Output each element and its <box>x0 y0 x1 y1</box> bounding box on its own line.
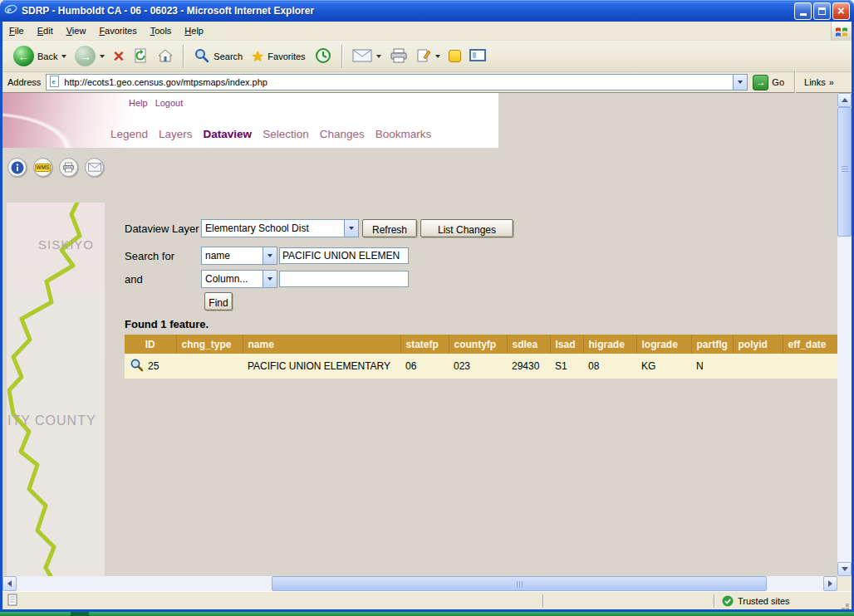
document-status-icon <box>7 594 18 608</box>
table-row[interactable]: 25 PACIFIC UNION ELEMENTARY 06 023 29430… <box>125 354 837 379</box>
menu-favorites[interactable]: Favorites <box>92 22 143 40</box>
nav-bookmarks[interactable]: Bookmarks <box>375 128 432 140</box>
cell-statefp: 06 <box>400 354 449 379</box>
dropdown-button[interactable] <box>263 271 277 287</box>
forward-button[interactable]: → <box>71 42 109 71</box>
page-icon: e <box>49 76 61 89</box>
list-changes-button[interactable]: List Changes <box>420 219 513 237</box>
find-button[interactable]: Find <box>204 292 233 310</box>
address-input[interactable]: e http://ecots1.geo.census.gov/mtpsmaps/… <box>46 74 748 90</box>
col-id: ID <box>125 335 176 354</box>
zoom-to-feature-icon[interactable] <box>130 358 144 374</box>
nav-legend[interactable]: Legend <box>110 128 148 140</box>
back-button[interactable]: ← Back <box>9 42 71 71</box>
vertical-scrollbar[interactable] <box>837 93 852 576</box>
chevron-down-icon <box>738 81 743 84</box>
search-column-value: name <box>202 247 263 264</box>
cell-polyid <box>733 354 783 379</box>
dataview-layer-label: Dataview Layer <box>125 222 199 235</box>
refresh-layer-button[interactable]: Refresh <box>362 219 417 237</box>
menu-tools[interactable]: Tools <box>144 22 179 40</box>
printer-icon <box>62 162 75 173</box>
refresh-button[interactable] <box>128 42 153 71</box>
info-button[interactable] <box>7 158 27 177</box>
nav-selection[interactable]: Selection <box>263 128 309 140</box>
chevron-down-icon <box>267 254 272 257</box>
minimize-button[interactable] <box>794 2 812 20</box>
col-chng-type: chng_type <box>176 335 243 354</box>
horizontal-scrollbar[interactable] <box>2 576 837 591</box>
logout-link[interactable]: Logout <box>155 98 184 108</box>
dropdown-button[interactable] <box>263 247 277 264</box>
home-button[interactable] <box>153 42 178 71</box>
map-label-trinity-county: ITY COUNTY <box>7 413 96 428</box>
print-map-button[interactable] <box>59 158 78 177</box>
dataview-layer-select[interactable]: Elementary School Dist <box>201 219 359 237</box>
mail-button[interactable] <box>348 42 385 71</box>
links-overflow-icon[interactable]: » <box>829 77 834 87</box>
favorites-label: Favorites <box>267 51 305 61</box>
chevron-down-icon <box>349 227 354 230</box>
cell-partflg: N <box>691 354 733 379</box>
history-button[interactable] <box>310 42 336 71</box>
edit-button[interactable] <box>412 42 444 71</box>
scroll-right-button[interactable] <box>823 576 837 591</box>
edit-dropdown-icon[interactable] <box>435 55 440 58</box>
favorites-button[interactable]: Favorites <box>247 42 309 71</box>
back-dropdown-icon[interactable] <box>61 55 66 58</box>
menu-help[interactable]: Help <box>178 22 210 40</box>
messenger-button[interactable] <box>444 42 465 71</box>
nav-changes[interactable]: Changes <box>320 128 365 140</box>
go-arrow-icon <box>753 75 768 90</box>
status-bar: Trusted sites <box>2 591 852 609</box>
title-bar[interactable]: e SDRP - Humboldt CA - 06 - 06023 - Micr… <box>0 0 854 22</box>
scroll-down-button[interactable] <box>837 562 852 576</box>
links-band[interactable]: Links » <box>804 77 834 87</box>
menu-edit[interactable]: Edit <box>31 22 60 40</box>
search-button[interactable]: Search <box>189 42 247 71</box>
menu-view[interactable]: View <box>60 22 93 40</box>
menu-file[interactable]: File <box>2 22 31 40</box>
go-button[interactable]: Go <box>753 75 784 90</box>
cell-higrade: 08 <box>583 354 636 379</box>
discuss-button[interactable] <box>465 42 490 71</box>
email-map-button[interactable] <box>85 158 104 177</box>
help-link[interactable]: Help <box>129 98 148 108</box>
and-text-input[interactable] <box>279 271 409 287</box>
and-column-value: Column... <box>202 271 263 287</box>
map-panel[interactable]: SISKIYO ITY COUNTY <box>7 203 105 576</box>
dropdown-button[interactable] <box>344 220 358 237</box>
print-button[interactable] <box>385 42 412 71</box>
window-title: SDRP - Humboldt CA - 06 - 06023 - Micros… <box>22 5 794 17</box>
mail-dropdown-icon[interactable] <box>376 55 381 58</box>
vertical-scroll-thumb[interactable] <box>837 107 852 237</box>
cell-eff-date <box>783 354 837 379</box>
maximize-button[interactable] <box>813 2 831 20</box>
wms-button[interactable]: WMS <box>33 158 52 177</box>
results-table: ID chng_type name statefp countyfp sdlea… <box>125 335 838 379</box>
address-separator <box>794 71 796 94</box>
search-text-input[interactable] <box>279 247 409 264</box>
menu-spacer <box>210 22 831 40</box>
scroll-left-button[interactable] <box>2 576 17 591</box>
scroll-up-button[interactable] <box>837 93 852 107</box>
horizontal-scroll-thumb[interactable] <box>272 576 767 591</box>
and-column-select[interactable]: Column... <box>201 270 277 288</box>
cell-id-value: 25 <box>148 360 159 372</box>
resize-grip[interactable] <box>846 604 849 607</box>
trusted-sites-icon <box>722 595 734 607</box>
map-tool-icons: WMS <box>7 158 104 177</box>
dataview-layer-value: Elementary School Dist <box>202 220 344 237</box>
nav-layers[interactable]: Layers <box>159 128 193 140</box>
forward-dropdown-icon[interactable] <box>100 55 105 58</box>
nav-dataview[interactable]: Dataview <box>204 128 253 140</box>
results-header-row: ID chng_type name statefp countyfp sdlea… <box>125 335 837 354</box>
search-column-select[interactable]: name <box>201 247 277 265</box>
messenger-icon <box>449 50 461 62</box>
address-dropdown-button[interactable] <box>733 75 747 90</box>
close-button[interactable] <box>832 2 850 20</box>
and-label: and <box>125 273 143 286</box>
stop-button[interactable] <box>109 42 128 71</box>
discuss-icon <box>469 49 486 64</box>
ie-logo-icon: e <box>4 2 17 19</box>
